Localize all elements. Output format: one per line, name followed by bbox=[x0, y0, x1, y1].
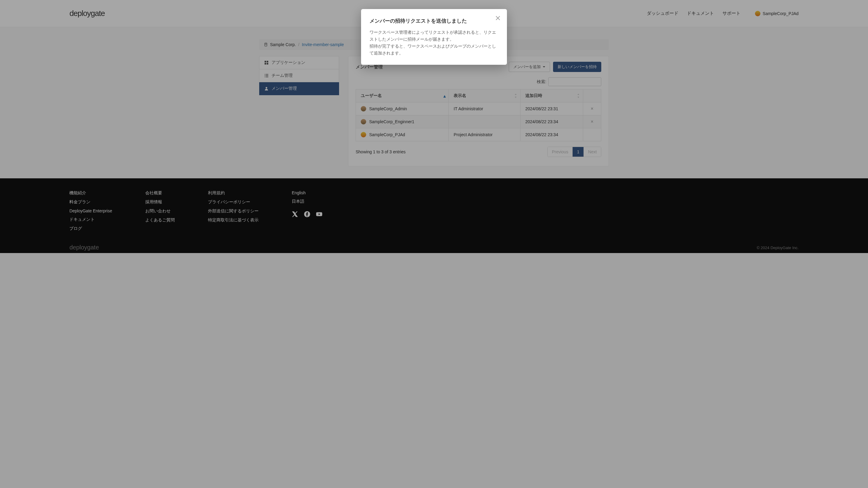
close-icon bbox=[495, 15, 501, 21]
modal-overlay[interactable]: メンバーの招待リクエストを送信しました ワークスペース管理者によってリクエストが… bbox=[0, 0, 868, 253]
invite-sent-modal: メンバーの招待リクエストを送信しました ワークスペース管理者によってリクエストが… bbox=[361, 9, 507, 65]
modal-title: メンバーの招待リクエストを送信しました bbox=[370, 18, 498, 24]
modal-body: ワークスペース管理者によってリクエストが承認されると、リクエストしたメンバーに招… bbox=[370, 29, 498, 57]
modal-close-button[interactable] bbox=[495, 15, 501, 21]
